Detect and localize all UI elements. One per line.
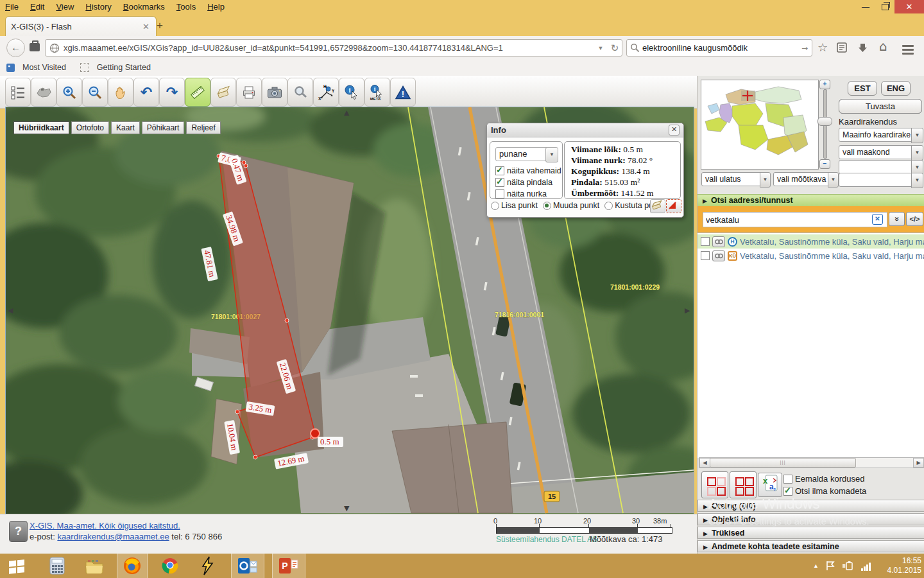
result-row[interactable]: KÜ Vetkatalu, Saustinõmme küla, Saku val… [697, 249, 924, 263]
scroll-thumb[interactable]: ||| [710, 458, 856, 468]
lang-est-button[interactable]: EST [848, 81, 877, 96]
county-select[interactable]: vali maakond [839, 145, 912, 159]
bookmark-star-icon[interactable]: ☆ [817, 41, 828, 54]
email-link[interactable]: kaardirakendus@maaamet.ee [57, 532, 169, 541]
radio-icon[interactable] [543, 202, 551, 210]
app-select[interactable]: Maainfo kaardirake [839, 128, 912, 142]
empty-select-2[interactable] [839, 173, 912, 187]
search-expand-button[interactable]: » [889, 212, 905, 226]
results-horizontal-scrollbar[interactable]: ◀ ||| ▶ [699, 457, 924, 468]
reload-icon[interactable]: ↻ [608, 42, 622, 54]
scroll-left-icon[interactable]: ◀ [699, 458, 710, 468]
taskbar-explorer[interactable] [80, 554, 109, 578]
menu-edit[interactable]: Edit [30, 2, 44, 12]
export-excel-button[interactable]: x a, [758, 473, 782, 497]
url-dropdown-icon[interactable]: ▼ [594, 45, 608, 51]
zoom-to-estonia-button[interactable] [31, 78, 56, 107]
coordinates-button[interactable]: H X Y [313, 78, 339, 107]
extent-select-arrow-icon[interactable]: ▼ [760, 172, 771, 188]
slider-thumb[interactable] [817, 117, 832, 126]
info-tool-button[interactable]: i [339, 78, 364, 107]
color-select[interactable]: punane [495, 147, 549, 161]
empty-select-1[interactable] [839, 160, 912, 174]
zoom-to-measure-button[interactable] [666, 199, 681, 213]
result-checkbox-icon[interactable] [701, 251, 710, 260]
action-center-flag-icon[interactable] [825, 561, 835, 571]
tab-pohikaart[interactable]: Põhikaart [142, 121, 185, 134]
mode-lisa-punkt[interactable]: Lisa punkt [491, 201, 538, 210]
extent-select[interactable]: vali ulatus [701, 172, 761, 186]
select-partial-button[interactable] [701, 471, 728, 498]
menu-tools[interactable]: Tools [176, 2, 196, 12]
color-select-arrow-icon[interactable]: ▼ [545, 147, 558, 162]
new-tab-button[interactable]: + [151, 19, 168, 33]
mode-muuda-punkt[interactable]: Muuda punkt [543, 201, 599, 210]
search-map-button[interactable] [287, 78, 313, 107]
pan-up-icon[interactable]: ▲ [344, 109, 349, 117]
selected-vertex[interactable] [311, 429, 320, 438]
search-section-header[interactable]: ▶Otsi aadressi/tunnust [697, 194, 924, 207]
checkbox-icon[interactable] [495, 166, 504, 175]
county-select-arrow-icon[interactable]: ▼ [911, 145, 923, 161]
option-eemalda-kordused[interactable]: Eemalda kordused [783, 474, 864, 484]
print-button[interactable] [236, 78, 262, 107]
app-select-arrow-icon[interactable]: ▼ [911, 128, 923, 143]
tab-reljeef[interactable]: Reljeef [186, 121, 220, 134]
meta-info-button[interactable]: i META [364, 78, 390, 107]
downloads-icon[interactable] [857, 42, 868, 53]
link-icon[interactable] [712, 250, 725, 261]
option-naita-nurka[interactable]: näita nurka [495, 189, 547, 198]
menu-file[interactable]: File [5, 2, 19, 12]
map-viewport[interactable]: 71801:001:0027 71816:001:0001 71801:001:… [5, 107, 694, 515]
link-icon[interactable] [712, 236, 725, 247]
bookmark-most-visited[interactable]: Most Visited [22, 63, 66, 72]
bookmark-getting-started[interactable]: Getting Started [97, 63, 151, 72]
info-close-icon[interactable]: ✕ [669, 125, 680, 136]
result-checkbox-icon[interactable] [701, 237, 710, 246]
taskbar-powerpoint[interactable]: P [272, 554, 305, 578]
taskbar-firefox[interactable] [117, 554, 148, 578]
back-button[interactable]: ← [6, 39, 25, 57]
pan-down-icon[interactable]: ▼ [344, 504, 349, 512]
zoom-out-button[interactable] [82, 78, 108, 107]
browser-search-bar[interactable]: → [626, 39, 812, 57]
power-battery-icon[interactable] [842, 561, 855, 570]
eraser-button[interactable] [210, 78, 236, 107]
checkbox-icon[interactable] [783, 475, 792, 484]
network-signal-icon[interactable] [861, 561, 871, 571]
slider-minus-button[interactable]: − [819, 159, 830, 169]
search-go-icon[interactable]: → [798, 44, 812, 53]
menu-bookmarks[interactable]: Bookmarks [123, 2, 165, 12]
taskbar-outlook[interactable] [231, 554, 264, 578]
overview-zoom-slider[interactable]: + − [819, 80, 830, 168]
info-panel-header[interactable]: Info ✕ [487, 123, 683, 137]
option-naita-vahemaid[interactable]: näita vahemaid [495, 166, 561, 175]
search-input[interactable] [640, 42, 798, 53]
url-bar[interactable]: xgis.maaamet.ee/xGIS/XGis?app_id=UU82&us… [45, 39, 622, 57]
taskbar-chrome[interactable] [155, 554, 185, 578]
start-button[interactable] [0, 554, 33, 578]
vendor-text[interactable]: Süsteemilahendus DATEL AS [496, 535, 597, 544]
home-icon[interactable]: ⌂ [879, 40, 887, 53]
snapshot-button[interactable] [262, 78, 287, 107]
checkbox-icon[interactable] [495, 178, 504, 187]
tab-hybriidkaart[interactable]: Hübriidkaart [13, 121, 69, 134]
tuvasta-button[interactable]: Tuvasta [839, 99, 922, 114]
estonia-overview-map[interactable] [701, 80, 819, 170]
option-naita-pindala[interactable]: näita pindala [495, 178, 552, 187]
briefcase-icon[interactable] [30, 43, 40, 51]
empty-select-2-arrow-icon[interactable]: ▼ [911, 173, 923, 188]
pan-right-icon[interactable]: ▶ [685, 306, 690, 315]
close-button[interactable]: ✕ [894, 0, 924, 13]
pan-button[interactable] [108, 78, 133, 107]
radio-icon[interactable] [491, 202, 499, 210]
url-text[interactable]: xgis.maaamet.ee/xGIS/XGis?app_id=UU82&us… [60, 43, 594, 53]
clear-measure-button[interactable] [650, 199, 665, 213]
minimize-button[interactable]: — [856, 0, 875, 13]
scale-select-arrow-icon[interactable]: ▼ [828, 172, 839, 188]
menu-hamburger-icon[interactable] [902, 43, 914, 57]
tab-ortofoto[interactable]: Ortofoto [71, 121, 109, 134]
menu-history[interactable]: History [85, 2, 111, 12]
checkbox-icon[interactable] [495, 189, 504, 198]
tab-close-icon[interactable]: ✕ [141, 22, 151, 31]
